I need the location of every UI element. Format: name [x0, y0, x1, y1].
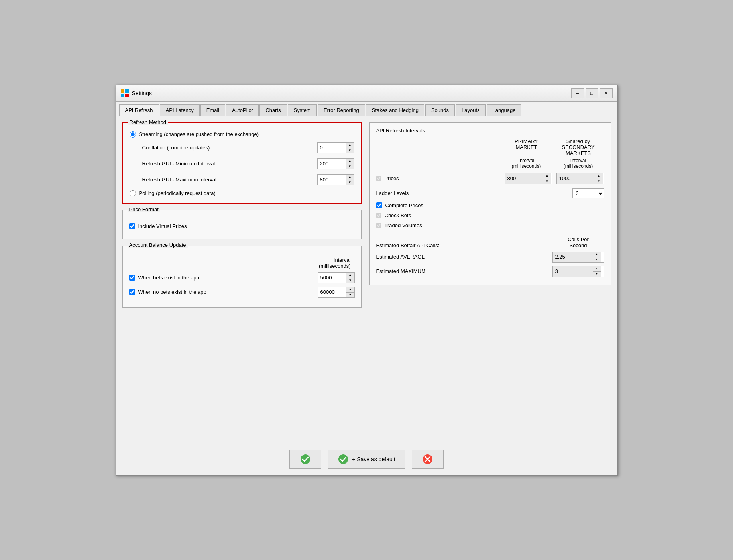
conflation-input[interactable] [318, 143, 346, 153]
traded-volumes-checkbox [376, 223, 381, 228]
minimize-button[interactable]: – [571, 88, 584, 98]
when-no-bets-up-btn[interactable]: ▲ [346, 287, 354, 292]
svg-rect-3 [125, 94, 129, 97]
complete-prices-checkbox-label[interactable]: Complete Prices [376, 202, 423, 208]
prices-secondary-down-btn[interactable]: ▼ [595, 179, 603, 184]
gui-max-down-btn[interactable]: ▼ [346, 180, 354, 185]
when-no-bets-input[interactable] [318, 287, 346, 297]
estimated-maximum-input[interactable] [553, 266, 593, 277]
gui-max-up-btn[interactable]: ▲ [346, 175, 354, 180]
svg-point-5 [338, 454, 348, 464]
complete-prices-row: Complete Prices [376, 202, 604, 208]
prices-primary-up-btn[interactable]: ▲ [543, 173, 551, 179]
include-virtual-checkbox[interactable] [129, 223, 135, 229]
tab-email[interactable]: Email [200, 104, 226, 116]
ladder-levels-select[interactable]: 3 1 2 4 5 [572, 188, 604, 198]
streaming-radio-label[interactable]: Streaming (changes are pushed from the e… [130, 131, 354, 138]
app-icon [121, 89, 129, 97]
save-as-default-button[interactable]: + Save as default [328, 450, 405, 469]
when-bets-spinner: ▲ ▼ [318, 272, 355, 283]
calls-per-second-header: Calls PerSecond [552, 236, 604, 248]
when-bets-row: When bets exist in the app ▲ ▼ [129, 272, 355, 283]
when-bets-label: When bets exist in the app [138, 275, 199, 281]
ladder-levels-row: Ladder Levels 3 1 2 4 5 [376, 188, 604, 198]
estimated-section: Estimated Betfair API Calls: Calls PerSe… [376, 236, 604, 277]
gui-max-spinner: ▲ ▼ [317, 174, 354, 185]
window-title: Settings [132, 90, 152, 96]
tab-stakes-hedging[interactable]: Stakes and Hedging [366, 104, 424, 116]
estimated-maximum-up-btn[interactable]: ▲ [593, 266, 601, 271]
when-no-bets-spinner-btns: ▲ ▼ [346, 287, 354, 297]
prices-secondary-input[interactable] [557, 173, 595, 184]
estimated-average-spinner: ▲ ▼ [552, 252, 604, 263]
when-no-bets-checkbox[interactable] [129, 289, 135, 295]
prices-row: Prices ▲ ▼ ▲ [376, 173, 604, 184]
title-bar-left: Settings [121, 89, 152, 97]
save-check-icon [338, 454, 349, 465]
refresh-method-options: Streaming (changes are pushed from the e… [130, 131, 354, 196]
estimated-average-down-btn[interactable]: ▼ [593, 257, 601, 262]
refresh-method-group: Refresh Method Streaming (changes are pu… [122, 122, 362, 204]
check-bets-row: Check Bets [376, 212, 604, 218]
when-bets-down-btn[interactable]: ▼ [346, 278, 354, 283]
streaming-radio[interactable] [130, 131, 136, 138]
polling-radio-label[interactable]: Polling (periodically request data) [130, 190, 354, 196]
svg-rect-2 [121, 94, 124, 97]
col-secondary-header: Shared bySECONDARYMARKETS [552, 138, 604, 156]
when-bets-checkbox[interactable] [129, 275, 135, 281]
traded-volumes-row-label: Traded Volumes [376, 222, 604, 228]
tab-system[interactable]: System [288, 104, 317, 116]
gui-max-spinner-btns: ▲ ▼ [346, 175, 354, 185]
when-bets-up-btn[interactable]: ▲ [346, 273, 354, 278]
price-format-title: Price Format [128, 206, 160, 212]
title-buttons: – □ ✕ [571, 88, 613, 98]
estimated-maximum-down-btn[interactable]: ▼ [593, 271, 601, 277]
tab-api-refresh[interactable]: API Refresh [119, 104, 159, 116]
gui-max-input[interactable] [318, 175, 346, 185]
prices-primary-input[interactable] [505, 173, 543, 184]
tab-autopilot[interactable]: AutoPilot [226, 104, 259, 116]
maximize-button[interactable]: □ [586, 88, 598, 98]
when-no-bets-down-btn[interactable]: ▼ [346, 292, 354, 297]
cancel-button[interactable] [412, 450, 444, 469]
estimated-maximum-spinner: ▲ ▼ [552, 266, 604, 277]
tab-charts[interactable]: Charts [259, 104, 287, 116]
gui-min-down-btn[interactable]: ▼ [346, 164, 354, 169]
tab-api-latency[interactable]: API Latency [160, 104, 200, 116]
svg-rect-1 [125, 89, 129, 93]
when-bets-checkbox-label[interactable]: When bets exist in the app [129, 275, 314, 281]
estimated-title: Estimated Betfair API Calls: [376, 242, 440, 248]
ok-button[interactable] [289, 450, 321, 469]
prices-primary-down-btn[interactable]: ▼ [543, 179, 551, 184]
traded-volumes-label: Traded Volumes [385, 222, 422, 228]
prices-label: Prices [385, 175, 399, 181]
tab-layouts[interactable]: Layouts [456, 104, 486, 116]
gui-min-input[interactable] [318, 159, 346, 169]
svg-point-4 [301, 454, 310, 464]
when-no-bets-checkbox-label[interactable]: When no bets exist in the app [129, 289, 314, 295]
when-bets-input[interactable] [318, 273, 346, 283]
polling-radio[interactable] [130, 190, 136, 196]
col-primary-header: PRIMARYMARKET [501, 138, 552, 156]
svg-rect-0 [121, 89, 124, 93]
estimated-average-up-btn[interactable]: ▲ [593, 252, 601, 257]
streaming-label: Streaming (changes are pushed from the e… [139, 131, 259, 137]
estimated-average-input[interactable] [553, 252, 593, 262]
right-panel: API Refresh Intervals PRIMARYMARKET Shar… [369, 122, 611, 436]
settings-window: Settings – □ ✕ API Refresh API Latency E… [116, 85, 618, 476]
prices-secondary-up-btn[interactable]: ▲ [595, 173, 603, 179]
conflation-up-btn[interactable]: ▲ [346, 143, 354, 148]
tab-error-reporting[interactable]: Error Reporting [318, 104, 365, 116]
when-no-bets-label: When no bets exist in the app [138, 289, 206, 295]
close-button[interactable]: ✕ [600, 88, 613, 98]
tab-sounds[interactable]: Sounds [425, 104, 455, 116]
include-virtual-row[interactable]: Include Virtual Prices [129, 223, 355, 229]
estimated-average-label: Estimated AVERAGE [376, 254, 552, 260]
complete-prices-checkbox[interactable] [376, 202, 382, 208]
gui-min-up-btn[interactable]: ▲ [346, 159, 354, 164]
tab-language[interactable]: Language [487, 104, 522, 116]
conflation-down-btn[interactable]: ▼ [346, 148, 354, 153]
check-bets-checkbox [376, 213, 381, 218]
complete-prices-row-label: Complete Prices [376, 202, 604, 208]
api-refresh-intervals-title: API Refresh Intervals [376, 128, 604, 134]
